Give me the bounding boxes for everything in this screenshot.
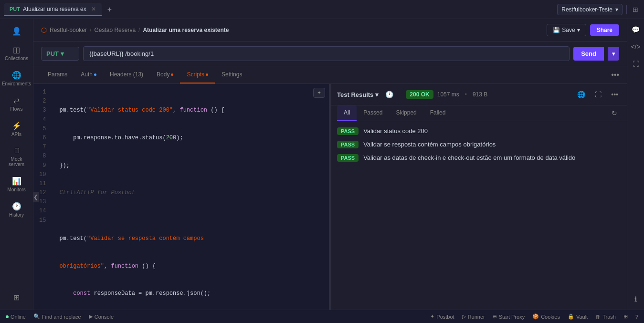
- vault-button[interactable]: 🔒 Vault: [568, 313, 588, 320]
- console-label: Console: [95, 314, 114, 320]
- method-dropdown-icon: ▾: [61, 50, 64, 57]
- tab-bar: PUT Atualizar uma reserva ex ✕ + Restful…: [0, 0, 644, 19]
- new-tab-button[interactable]: +: [104, 3, 116, 16]
- maximize-icon[interactable]: ⛶: [592, 88, 604, 101]
- flows-icon: ⇄: [13, 96, 20, 105]
- request-tabs: Params Auth Headers (13) Body Scripts Se…: [33, 66, 627, 84]
- tab-body[interactable]: Body: [150, 66, 180, 83]
- runner-button[interactable]: ▷ Runner: [462, 313, 485, 320]
- sidebar-item-environments[interactable]: 🌐 Environments: [3, 67, 31, 90]
- test-results-header: Test Results ▾ 🕐 200 OK 1057 ms • 913 B …: [331, 84, 627, 105]
- sidebar-history-label: History: [9, 212, 24, 218]
- result-tab-skipped[interactable]: Skipped: [389, 105, 423, 121]
- vault-label: Vault: [576, 314, 588, 320]
- expand-icon[interactable]: ⛶: [630, 57, 642, 71]
- collapse-panel-button[interactable]: ❮: [33, 192, 39, 202]
- tab-bar-right: Restfulbooker-Teste ▾ ⊞: [557, 4, 640, 15]
- start-proxy-button[interactable]: ⊕ Start Proxy: [493, 313, 525, 320]
- proxy-icon: ⊕: [493, 313, 497, 320]
- code-icon[interactable]: </>: [628, 40, 643, 53]
- trash-label: Trash: [602, 314, 616, 320]
- sidebar-item-mock-servers[interactable]: 🖥 Mock servers: [3, 143, 31, 171]
- trash-button[interactable]: 🗑 Trash: [595, 314, 616, 320]
- workspace-name: Restfulbooker-Teste: [561, 6, 612, 13]
- active-tab[interactable]: PUT Atualizar uma reserva ex ✕: [4, 3, 102, 16]
- test-items: PASS Validar status code 200 PASS Valida…: [331, 121, 627, 168]
- sidebar-item-collections[interactable]: ◫ Collections: [3, 42, 31, 65]
- help-icon: ?: [635, 314, 638, 320]
- code-editor[interactable]: ✦ 1 2 3 4 5 6 7 8 9 10: [33, 84, 329, 310]
- cookies-button[interactable]: 🍪 Cookies: [532, 313, 560, 320]
- editor-toolbar: ✦: [313, 88, 325, 98]
- result-tab-failed[interactable]: Failed: [423, 105, 453, 121]
- more-icon[interactable]: •••: [608, 88, 621, 101]
- console-icon: ▶: [89, 313, 93, 320]
- test-results-panel: Test Results ▾ 🕐 200 OK 1057 ms • 913 B …: [331, 84, 627, 310]
- find-replace-button[interactable]: 🔍 Find and replace: [33, 313, 81, 320]
- bottom-right: ✦ Postbot ▷ Runner ⊕ Start Proxy 🍪 Cooki…: [430, 313, 638, 320]
- tab-params[interactable]: Params: [41, 66, 74, 83]
- sidebar-item-monitors[interactable]: 📊 Monitors: [3, 173, 31, 196]
- save-button[interactable]: 💾 Save ▾: [547, 24, 586, 36]
- online-status[interactable]: Online: [6, 314, 26, 320]
- result-tab-all[interactable]: All: [337, 105, 357, 121]
- sidebar-item-flows[interactable]: ⇄ Flows: [3, 92, 31, 115]
- tabs-more-button[interactable]: •••: [611, 71, 619, 79]
- status-badge: 200 OK: [406, 90, 433, 99]
- postbot-button[interactable]: ✦ Postbot: [430, 313, 454, 320]
- share-button[interactable]: Share: [590, 24, 619, 36]
- globe-icon[interactable]: 🌐: [574, 88, 588, 101]
- breadcrumb-part2[interactable]: Gestao Reserva: [94, 27, 136, 33]
- save-label: Save: [562, 27, 575, 33]
- postbot-button[interactable]: ✦: [313, 88, 325, 98]
- result-tab-passed[interactable]: Passed: [357, 105, 389, 121]
- tab-title: Atualizar uma reserva ex: [23, 6, 86, 12]
- bootcamp-icon: ⊞: [623, 313, 628, 320]
- split-content: ✦ 1 2 3 4 5 6 7 8 9 10: [33, 84, 627, 310]
- tab-headers[interactable]: Headers (13): [103, 66, 150, 83]
- timing-ms: 1057 ms: [437, 91, 459, 98]
- history-icon: 🕐: [12, 202, 21, 211]
- breadcrumb-part1[interactable]: Restful-booker: [50, 27, 87, 33]
- find-replace-label: Find and replace: [42, 314, 81, 320]
- comment-icon[interactable]: 💬: [629, 23, 643, 36]
- apis-icon: ⚡: [12, 121, 21, 130]
- sidebar-apis-label: APIs: [11, 132, 21, 137]
- sidebar-item-history[interactable]: 🕐 History: [3, 198, 31, 221]
- test-results-title[interactable]: Test Results ▾: [337, 91, 379, 98]
- console-button[interactable]: ▶ Console: [89, 313, 114, 320]
- tab-close-icon[interactable]: ✕: [91, 6, 96, 12]
- workspace-selector[interactable]: Restfulbooker-Teste ▾: [557, 4, 623, 15]
- timing-size: 913 B: [473, 91, 487, 98]
- settings-icon[interactable]: ⊞: [631, 4, 640, 15]
- tab-auth[interactable]: Auth: [74, 66, 103, 83]
- right-sidebar: 💬 </> ⛶ ℹ: [627, 19, 644, 310]
- collections-icon: ◫: [13, 45, 20, 54]
- bootcamp-button[interactable]: ⊞: [623, 313, 628, 320]
- method-value: PUT: [46, 50, 59, 57]
- sidebar-collections-label: Collections: [5, 56, 28, 61]
- send-dropdown-button[interactable]: ▾: [608, 47, 619, 61]
- sidebar-item-account[interactable]: 👤: [3, 23, 31, 40]
- test-results-label: Test Results: [337, 91, 373, 98]
- tab-settings[interactable]: Settings: [215, 66, 249, 83]
- sidebar-mock-label: Mock servers: [5, 156, 29, 167]
- account-icon: 👤: [12, 27, 21, 36]
- sidebar-item-apis[interactable]: ⚡ APIs: [3, 117, 31, 141]
- refresh-button[interactable]: ↻: [608, 105, 621, 121]
- send-button[interactable]: Send: [573, 47, 604, 61]
- url-bar: PUT ▾ Send ▾: [33, 42, 627, 66]
- request-panel: ⬡ Restful-booker / Gestao Reserva / Atua…: [33, 19, 627, 310]
- save-dropdown-icon[interactable]: ▾: [577, 27, 580, 33]
- info-icon[interactable]: ℹ: [632, 292, 640, 306]
- environments-icon: 🌐: [12, 71, 21, 80]
- url-input[interactable]: [83, 46, 570, 61]
- tab-scripts[interactable]: Scripts: [180, 66, 215, 83]
- help-button[interactable]: ?: [635, 314, 638, 320]
- history-button[interactable]: 🕐: [382, 88, 396, 101]
- sidebar-item-add[interactable]: ⊞: [3, 289, 31, 306]
- test-item-text-3: Validar as datas de check-in e check-out…: [363, 154, 575, 162]
- bottom-bar: Online 🔍 Find and replace ▶ Console ✦ Po…: [0, 310, 644, 323]
- test-item: PASS Validar status code 200: [337, 127, 621, 135]
- method-select[interactable]: PUT ▾: [41, 47, 79, 61]
